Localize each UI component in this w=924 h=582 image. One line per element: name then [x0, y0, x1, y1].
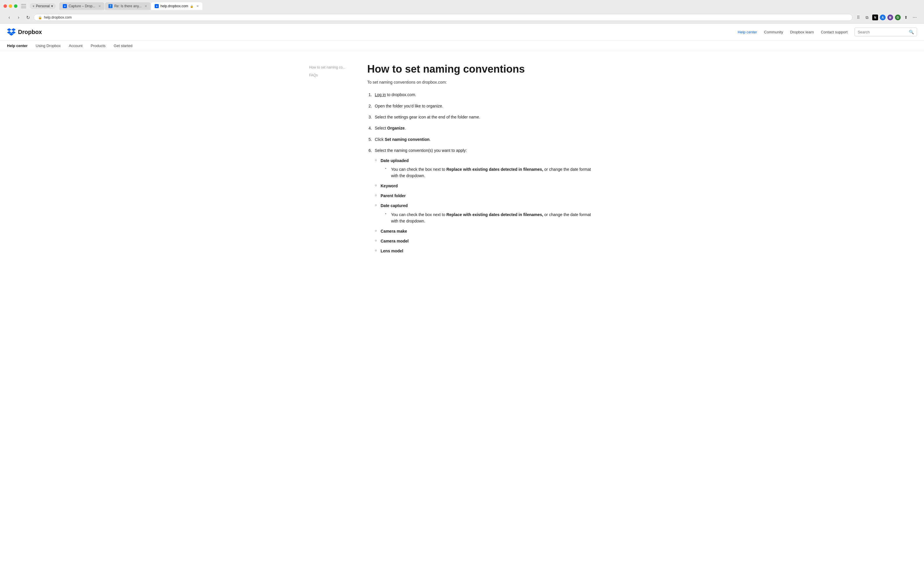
apps-grid-icon[interactable]: ⠿ [855, 14, 862, 21]
tab-favicon-re: T [109, 4, 112, 8]
tab-re[interactable]: T Re: Is there any... ✕ [105, 2, 150, 10]
date-captured-sub: You can check the box next to Replace wi… [381, 211, 594, 225]
camera-model-label: Camera model [381, 239, 409, 243]
date-uploaded-label: Date uploaded [381, 158, 409, 163]
heart-icon: ♥ [33, 4, 35, 8]
search-input[interactable] [858, 30, 907, 34]
tab-close-re[interactable]: ✕ [145, 4, 147, 8]
browser-chrome: ♥ Personal ▾ ✦ Capture – Drop... ✕ T Re:… [0, 0, 924, 23]
step-4: Select Organize. [373, 125, 594, 131]
tab-label-re: Re: Is there any... [114, 4, 142, 8]
notion-extension-icon[interactable]: N [872, 15, 878, 20]
keyword-label: Keyword [381, 184, 398, 188]
article: How to set naming conventions To set nam… [367, 63, 594, 259]
article-intro: To set naming conventions on dropbox.com… [367, 80, 594, 84]
organize-bold: Organize [387, 126, 405, 130]
convention-camera-model: Camera model [375, 238, 594, 244]
convention-camera-make: Camera make [375, 228, 594, 234]
shield-extension-icon[interactable]: ⛨ [888, 15, 893, 20]
reload-button[interactable]: ↻ [25, 14, 31, 21]
steps-list: Log in to dropbox.com. Open the folder y… [367, 92, 594, 255]
share-button[interactable]: ⬆ [903, 14, 909, 21]
date-uploaded-sub: You can check the box next to Replace wi… [381, 166, 594, 179]
convention-date-uploaded: Date uploaded You can check the box next… [375, 158, 594, 179]
step-1: Log in to dropbox.com. [373, 92, 594, 98]
tab-label-help: help.dropbox.com [160, 4, 188, 8]
close-button[interactable] [3, 4, 7, 8]
step-1-text: to dropbox.com. [387, 92, 416, 97]
dropbox-logo-icon [7, 28, 16, 36]
header-nav: Help center Community Dropbox learn Cont… [738, 28, 917, 36]
set-naming-bold: Set naming convention [384, 137, 429, 142]
tab-close-help[interactable]: ✕ [196, 4, 199, 8]
back-button[interactable]: ‹ [6, 14, 13, 21]
logo-link[interactable]: Dropbox [7, 28, 42, 36]
sidebar-item-faqs[interactable]: FAQs [309, 73, 356, 78]
tab-favicon-capture: ✦ [63, 4, 67, 8]
date-captured-sub-1: You can check the box next to Replace wi… [385, 211, 594, 225]
tab-close-capture[interactable]: ✕ [98, 4, 101, 8]
secondary-nav-products[interactable]: Products [91, 44, 106, 48]
secondary-nav-get-started[interactable]: Get started [114, 44, 132, 48]
conventions-list: Date uploaded You can check the box next… [375, 158, 594, 255]
search-submit-button[interactable]: 🔍 [909, 30, 914, 34]
convention-parent-folder: Parent folder [375, 192, 594, 199]
maximize-button[interactable] [14, 4, 17, 8]
date-uploaded-sub-1: You can check the box next to Replace wi… [385, 166, 594, 179]
secondary-nav: Help center Using Dropbox Account Produc… [0, 41, 924, 51]
header-search: 🔍 [855, 28, 917, 36]
logo-text: Dropbox [18, 29, 42, 35]
address-text: help.dropbox.com [44, 15, 848, 20]
step-5: Click Set naming convention. [373, 136, 594, 143]
profile-pill[interactable]: ♥ Personal ▾ [30, 3, 56, 9]
parent-folder-label: Parent folder [381, 193, 406, 198]
nav-community[interactable]: Community [764, 30, 783, 34]
nav-help-center[interactable]: Help center [738, 30, 757, 34]
secondary-nav-account[interactable]: Account [69, 44, 82, 48]
article-title: How to set naming conventions [367, 63, 594, 75]
lock-badge-icon: 🔒 [190, 5, 193, 8]
tab-manager-icon[interactable]: ⧉ [863, 14, 871, 21]
nav-contact-support[interactable]: Contact support [821, 30, 848, 34]
step-2: Open the folder you'd like to organize. [373, 103, 594, 109]
step-6: Select the naming convention(s) you want… [373, 147, 594, 255]
tab-capture[interactable]: ✦ Capture – Drop... ✕ [59, 2, 104, 10]
more-options-button[interactable]: ⋯ [911, 14, 918, 21]
forward-button[interactable]: › [15, 14, 22, 21]
convention-date-captured: Date captured You can check the box next… [375, 202, 594, 224]
sidebar-toggle-icon[interactable] [21, 4, 26, 8]
page-wrapper: Dropbox Help center Community Dropbox le… [0, 23, 924, 271]
profile-label: Personal [36, 4, 50, 8]
sidebar: How to set naming co... FAQs [309, 63, 356, 259]
site-header: Dropbox Help center Community Dropbox le… [0, 23, 924, 41]
sidebar-item-naming[interactable]: How to set naming co... [309, 65, 356, 70]
step-3: Select the settings gear icon at the end… [373, 114, 594, 120]
tab-label-capture: Capture – Drop... [69, 4, 96, 8]
camera-make-label: Camera make [381, 229, 407, 233]
tab-help[interactable]: ✦ help.dropbox.com 🔒 ✕ [151, 2, 202, 10]
date-captured-label: Date captured [381, 203, 408, 208]
grammarly-extension-icon[interactable]: G [895, 15, 901, 20]
chevron-down-icon: ▾ [51, 4, 53, 8]
secondary-nav-using-dropbox[interactable]: Using Dropbox [36, 44, 61, 48]
nav-dropbox-learn[interactable]: Dropbox learn [790, 30, 814, 34]
address-bar-row: ‹ › ↻ 🔒 help.dropbox.com ⠿ ⧉ N A ⛨ G ⬆ ⋯ [3, 12, 921, 23]
browser-top-bar: ♥ Personal ▾ ✦ Capture – Drop... ✕ T Re:… [3, 2, 921, 10]
minimize-button[interactable] [9, 4, 12, 8]
secondary-nav-help-center[interactable]: Help center [7, 44, 28, 48]
address-bar[interactable]: 🔒 help.dropbox.com [34, 14, 853, 21]
lens-model-label: Lens model [381, 248, 403, 253]
convention-keyword: Keyword [375, 182, 594, 189]
replace-dates-bold-2: Replace with existing dates detected in … [446, 212, 543, 217]
main-layout: How to set naming co... FAQs How to set … [302, 51, 622, 271]
browser-toolbar-right: ⠿ ⧉ N A ⛨ G ⬆ ⋯ [855, 14, 918, 21]
replace-dates-bold-1: Replace with existing dates detected in … [446, 167, 543, 172]
window-controls [3, 4, 17, 8]
tabs-row: ✦ Capture – Drop... ✕ T Re: Is there any… [59, 2, 202, 10]
accessibility-extension-icon[interactable]: A [880, 15, 886, 20]
convention-lens-model: Lens model [375, 248, 594, 254]
address-lock-icon: 🔒 [38, 16, 42, 20]
log-in-link[interactable]: Log in [375, 92, 386, 97]
tab-favicon-help: ✦ [155, 4, 159, 8]
